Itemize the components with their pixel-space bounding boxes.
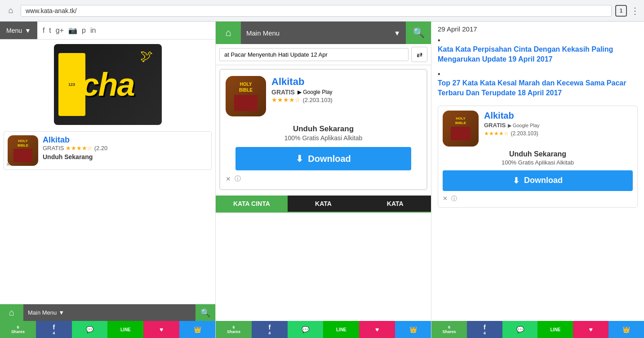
gplay-icon: ▶ Google Play xyxy=(298,89,333,95)
mid-ad-popup: HOLYBIBLE Alkitab GRATIS ▶ Google Play ★… xyxy=(219,69,427,190)
mid-home-button[interactable]: ⌂ xyxy=(216,22,241,44)
pinterest-icon[interactable]: p xyxy=(82,27,86,35)
right-article-2: • Top 27 Kata Kata Kesal Marah dan Kecew… xyxy=(438,70,638,98)
right-gplay-icon: ▶ Google Play xyxy=(508,123,540,128)
left-share-line[interactable]: LINE xyxy=(107,321,143,338)
mid-bible-icon: HOLYBIBLE xyxy=(226,76,266,116)
mid-share-crown[interactable]: 👑 xyxy=(395,321,431,338)
instagram-icon[interactable]: 📷 xyxy=(68,26,77,35)
mid-app-name: Alkitab xyxy=(271,76,421,88)
left-bottom-home[interactable]: ⌂ xyxy=(0,304,23,321)
mid-tab-kata-2[interactable]: KATA xyxy=(359,196,431,212)
mid-share-line[interactable]: LINE xyxy=(323,321,359,338)
mid-tab-kata-1[interactable]: KATA xyxy=(288,196,360,212)
left-bible-book xyxy=(13,149,32,162)
right-article-1: • Kata Kata Perpisahan Cinta Dengan Keka… xyxy=(438,36,638,65)
right-article-link-2[interactable]: Top 27 Kata Kata Kesal Marah dan Kecewa … xyxy=(438,78,638,98)
right-ad-close[interactable]: ✕ xyxy=(443,195,448,202)
mid-share-bar: 6 Shares f 4 💬 LINE ♥ 👑 xyxy=(216,321,431,338)
right-line-icon: LINE xyxy=(551,327,561,332)
crown-share-icon: 👑 xyxy=(194,326,201,333)
right-download-button[interactable]: ⬇ Download xyxy=(443,170,633,191)
left-share-facebook[interactable]: f 4 xyxy=(36,321,72,338)
left-share-heart[interactable]: ♥ xyxy=(143,321,179,338)
mid-share-count: 6 Shares xyxy=(216,321,252,338)
right-heart-icon: ♥ xyxy=(589,326,593,333)
mid-tab-kata-cinta[interactable]: KATA CINTA xyxy=(216,196,288,212)
linkedin-icon[interactable]: in xyxy=(90,27,96,35)
mid-download-icon: ⬇ xyxy=(296,153,303,164)
bird-icon: 🕊 xyxy=(140,49,153,63)
left-share-whatsapp[interactable]: 💬 xyxy=(72,321,108,338)
right-share-facebook[interactable]: f 4 xyxy=(467,321,502,338)
left-menu-dropdown[interactable]: Menu ▼ xyxy=(0,22,37,39)
left-logo-area: 123 cha 🕊 xyxy=(0,40,215,129)
mid-ad-close[interactable]: ✕ xyxy=(226,175,231,182)
mid-search-button[interactable]: 🔍 xyxy=(406,22,431,44)
left-menu-arrow: ▼ xyxy=(25,27,31,34)
browser-url-bar[interactable] xyxy=(21,5,612,17)
mid-ad-header: HOLYBIBLE Alkitab GRATIS ▶ Google Play ★… xyxy=(226,76,421,116)
left-bottom-menu-arrow: ▼ xyxy=(58,309,64,316)
social-icons: f t g+ 📷 p in xyxy=(37,26,102,35)
right-ad-info-icon[interactable]: ⓘ xyxy=(451,195,457,203)
mid-ad-info: Alkitab GRATIS ▶ Google Play ★★★★☆ (2.20… xyxy=(271,76,421,104)
mid-gratis-desc: 100% Gratis Aplikasi Alkitab xyxy=(284,134,363,142)
right-share-crown[interactable]: 👑 xyxy=(608,321,644,338)
right-ad-info: Alkitab GRATIS ▶ Google Play ★★★★☆ (2.20… xyxy=(484,111,633,137)
left-share-bar: 6 Shares f 4 💬 LINE ♥ 👑 xyxy=(0,321,215,338)
middle-panel: ⌂ Main Menu ▼ 🔍 ⇄ HOLYBIBLE Alkitab xyxy=(216,22,431,338)
twitter-icon[interactable]: t xyxy=(49,27,51,35)
mid-share-heart[interactable]: ♥ xyxy=(359,321,395,338)
right-fb-icon: f xyxy=(484,324,486,331)
mid-app-gratis-row: GRATIS ▶ Google Play xyxy=(271,89,421,96)
mid-search-input[interactable] xyxy=(219,48,409,61)
right-gratis-label: GRATIS xyxy=(484,122,506,129)
right-shares-num: 6 xyxy=(448,325,450,329)
right-download-label: Download xyxy=(524,176,563,185)
browser-tab-count[interactable]: 1 xyxy=(615,5,627,17)
whatsapp-share-icon: 💬 xyxy=(86,326,93,333)
right-panel: 29 April 2017 • Kata Kata Perpisahan Cin… xyxy=(431,22,644,338)
browser-menu-dots[interactable]: ⋮ xyxy=(631,5,640,16)
mid-share-whatsapp[interactable]: 💬 xyxy=(288,321,324,338)
right-unduh-label: Unduh Sekarang xyxy=(443,150,633,158)
mid-share-facebook[interactable]: f 4 xyxy=(252,321,288,338)
mid-tabs: KATA CINTA KATA KATA xyxy=(216,196,431,213)
left-ad-unduh: Unduh Sekarang xyxy=(43,153,208,160)
left-bible-icon: HOLYBIBLE xyxy=(8,135,38,166)
right-ad-header: HOLYBIBLE Alkitab GRATIS ▶ Google Play ★… xyxy=(443,111,633,147)
site-logo: 123 cha 🕊 xyxy=(54,44,162,125)
right-share-line[interactable]: LINE xyxy=(537,321,573,338)
right-share-heart[interactable]: ♥ xyxy=(573,321,608,338)
right-ad-desc: 100% Gratis Aplikasi Alkitab xyxy=(443,159,633,166)
right-share-count: 6 Shares xyxy=(431,321,467,338)
left-shares-num: 6 xyxy=(17,325,19,329)
right-gratis-row: GRATIS ▶ Google Play xyxy=(484,121,633,129)
mid-fb-icon: f xyxy=(268,324,271,331)
mid-download-button[interactable]: ⬇ Download xyxy=(235,147,412,170)
gplus-icon[interactable]: g+ xyxy=(56,27,64,35)
right-bible-icon: HOLYBIBLE xyxy=(443,111,479,147)
right-ad-footer: ✕ ⓘ xyxy=(443,195,633,203)
right-article-link-1[interactable]: Kata Kata Perpisahan Cinta Dengan Kekasi… xyxy=(438,44,638,65)
right-wa-icon: 💬 xyxy=(516,326,524,333)
browser-home-button[interactable]: ⌂ xyxy=(4,4,17,17)
right-share-whatsapp[interactable]: 💬 xyxy=(502,321,538,338)
mid-fb-count: 4 xyxy=(268,331,271,335)
mid-unduh-label: Unduh Sekarang xyxy=(293,125,354,133)
left-ad-close[interactable]: ✕ xyxy=(6,161,10,168)
left-bottom-menu-label: Main Menu xyxy=(28,309,57,316)
mid-ad-info-icon[interactable]: ⓘ xyxy=(235,175,241,183)
right-bullet-1: • xyxy=(438,36,440,44)
mid-menu-arrow: ▼ xyxy=(394,29,400,37)
mid-menu-dropdown[interactable]: Main Menu ▼ xyxy=(241,22,406,44)
left-top-nav: Menu ▼ f t g+ 📷 p in xyxy=(0,22,215,40)
left-bottom-search[interactable]: 🔍 xyxy=(195,304,215,321)
right-stars: ★★★★☆ xyxy=(484,130,509,137)
facebook-icon[interactable]: f xyxy=(43,27,44,35)
mid-shuffle-button[interactable]: ⇄ xyxy=(411,47,427,62)
left-share-crown[interactable]: 👑 xyxy=(179,321,215,338)
left-bottom-menu[interactable]: Main Menu ▼ xyxy=(23,304,195,321)
mid-heart-icon: ♥ xyxy=(375,326,379,333)
